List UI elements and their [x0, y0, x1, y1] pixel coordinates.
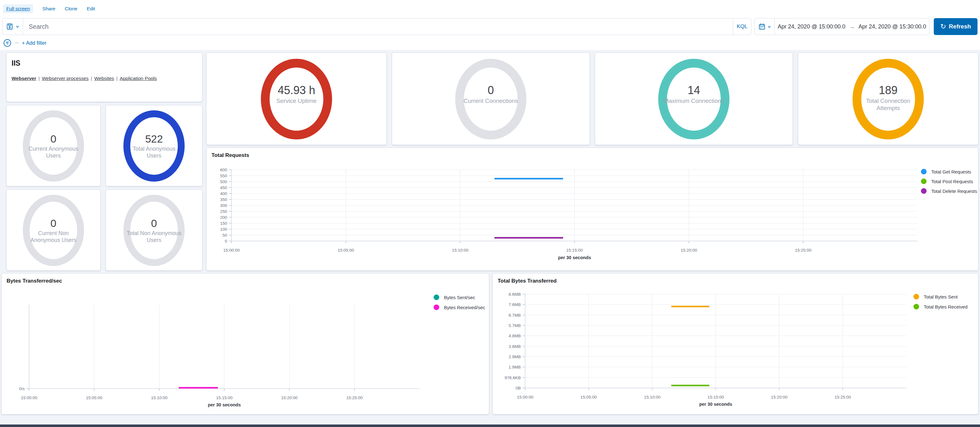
- panel-bytes-transferred-per-sec-chart: Bytes Transferred/sec 15:00:0015:05:0015…: [1, 273, 489, 414]
- gauge-value: 0: [6, 133, 100, 145]
- gauge-total-connection-attempts: 189 Total Connection Attempts: [798, 53, 978, 145]
- top-toolbar: Full screen Share Clone Edit: [0, 0, 980, 18]
- svg-text:150: 150: [220, 221, 227, 226]
- svg-text:15:00:00: 15:00:00: [223, 248, 240, 253]
- gauge-value: 45.93 h: [207, 84, 387, 97]
- gauge-value: 0: [6, 217, 100, 229]
- gauge-maximum-connections: 14 Maximum Connections: [595, 53, 793, 145]
- gauge-label: Service Uptime: [264, 97, 329, 104]
- legend-item[interactable]: Total Post Requests: [931, 179, 973, 184]
- svg-text:100: 100: [220, 227, 227, 232]
- legend-item[interactable]: Total Delete Requests: [931, 188, 977, 194]
- x-axis-label: per 30 seconds: [699, 402, 732, 407]
- legend-dot: [921, 169, 927, 174]
- panel-total-bytes-transferred-chart: Total Bytes Transferred 15:00:0015:05:00…: [492, 273, 978, 414]
- date-picker-group: Apr 24, 2020 @ 15:00:00.0 → Apr 24, 2020…: [754, 18, 929, 35]
- svg-text:250: 250: [220, 209, 227, 214]
- toolbar-link-share[interactable]: Share: [43, 6, 55, 11]
- x-axis-label: per 30 seconds: [558, 255, 591, 260]
- svg-text:15:15:00: 15:15:00: [708, 395, 724, 400]
- svg-text:50: 50: [223, 233, 227, 237]
- gauge-label: Current Connections: [458, 97, 523, 104]
- chart-title: Total Bytes Transferred: [498, 278, 557, 284]
- svg-text:15:20:00: 15:20:00: [281, 395, 298, 400]
- svg-text:4.8MB: 4.8MB: [509, 333, 521, 338]
- svg-text:5.7MB: 5.7MB: [509, 323, 521, 328]
- kql-toggle-button[interactable]: KQL: [733, 18, 751, 35]
- svg-text:15:10:00: 15:10:00: [452, 248, 469, 253]
- toolbar-link-full-screen[interactable]: Full screen: [3, 4, 33, 13]
- svg-text:300: 300: [220, 203, 227, 208]
- toolbar-link-clone[interactable]: Clone: [65, 6, 78, 11]
- date-from: Apr 24, 2020 @ 15:00:00.0: [778, 24, 845, 30]
- search-input[interactable]: [29, 23, 733, 30]
- query-bar: KQL Apr 24, 2020 @ 15:00:00.0 →: [3, 18, 977, 35]
- svg-text:450: 450: [220, 185, 227, 190]
- chevron-down-icon: [767, 25, 771, 29]
- date-range-display[interactable]: Apr 24, 2020 @ 15:00:00.0 → Apr 24, 2020…: [775, 18, 929, 35]
- svg-text:15:10:00: 15:10:00: [644, 395, 660, 400]
- kql-label: KQL: [737, 24, 747, 30]
- gauge-label: Total Connection Attempts: [855, 97, 921, 112]
- iis-link-webserver[interactable]: Webserver: [11, 76, 36, 81]
- legend-dot: [921, 178, 927, 184]
- svg-text:8.6MB: 8.6MB: [509, 292, 521, 296]
- add-filter-button[interactable]: + Add filter: [22, 40, 46, 46]
- iis-links: Webserver|Webserver processes|Websites|A…: [11, 76, 197, 81]
- filter-bar-divider: [15, 43, 19, 43]
- svg-text:550: 550: [220, 174, 227, 178]
- date-to: Apr 24, 2020 @ 15:30:00.0: [859, 24, 926, 30]
- filter-bar: + Add filter: [3, 37, 46, 49]
- refresh-icon: ↻: [940, 23, 946, 30]
- gauge-label: Current Non Anonymous Users: [25, 230, 81, 244]
- svg-text:6.7MB: 6.7MB: [509, 313, 521, 318]
- filter-icon[interactable]: [3, 39, 11, 47]
- svg-text:1.9MB: 1.9MB: [509, 365, 521, 370]
- legend-item[interactable]: Total Bytes Sent: [924, 294, 958, 300]
- legend-item[interactable]: Bytes Sent/sec: [444, 295, 476, 300]
- legend-item[interactable]: Total Bytes Received: [924, 304, 967, 309]
- iis-link-websites[interactable]: Websites: [94, 76, 114, 81]
- legend-item[interactable]: Bytes Received/sec: [444, 305, 485, 310]
- gauge-total-anonymous-users: 522 Total Anonymous Users: [106, 105, 202, 186]
- gauge-current-anonymous-users: 0 Current Anonymous Users: [6, 105, 100, 186]
- search-field-wrap: [23, 18, 733, 35]
- kibana-dashboard: Full screen Share Clone Edit KQL: [0, 0, 980, 427]
- svg-text:15:20:00: 15:20:00: [771, 395, 788, 400]
- refresh-button[interactable]: ↻ Refresh: [934, 18, 977, 35]
- svg-text:0B: 0B: [515, 386, 521, 390]
- refresh-label: Refresh: [949, 23, 971, 30]
- svg-text:15:25:00: 15:25:00: [834, 395, 851, 400]
- gauge-current-connections: 0 Current Connections: [392, 53, 590, 145]
- calendar-icon: [758, 23, 766, 30]
- legend-item[interactable]: Total Get Requests: [931, 169, 971, 174]
- saved-query-menu-button[interactable]: [3, 18, 23, 35]
- gauge-label: Total Anonymous Users: [126, 145, 182, 159]
- date-quick-select-button[interactable]: [755, 18, 775, 35]
- toolbar-link-edit[interactable]: Edit: [87, 6, 95, 11]
- svg-text:15:05:00: 15:05:00: [86, 395, 102, 400]
- svg-text:3.8MB: 3.8MB: [509, 344, 521, 349]
- legend-dot: [434, 304, 439, 310]
- gauge-label: Total Non Anonymous Users: [126, 230, 182, 244]
- bytes-per-sec-chart-canvas: 15:00:0015:05:0015:10:0015:15:0015:20:00…: [2, 274, 489, 414]
- svg-text:15:25:00: 15:25:00: [795, 248, 811, 253]
- link-separator: |: [38, 76, 40, 81]
- svg-text:0/s: 0/s: [19, 386, 25, 391]
- legend-dot: [913, 294, 919, 300]
- legend-dot: [921, 188, 927, 194]
- iis-link-webserver-processes[interactable]: Webserver processes: [42, 76, 89, 81]
- gauge-value: 522: [106, 133, 202, 145]
- bottom-edge-bar: [0, 424, 980, 427]
- gauge-current-non-anonymous-users: 0 Current Non Anonymous Users: [6, 190, 100, 271]
- chart-title: Bytes Transferred/sec: [6, 278, 62, 284]
- svg-text:15:05:00: 15:05:00: [338, 248, 354, 253]
- svg-text:500: 500: [220, 179, 227, 184]
- svg-text:15:15:00: 15:15:00: [566, 248, 583, 253]
- svg-text:400: 400: [220, 191, 227, 196]
- gauge-value: 0: [106, 217, 202, 229]
- panel-total-requests-chart: Total Requests 15:00:0015:05:0015:10:001…: [206, 148, 978, 271]
- iis-link-application-pools[interactable]: Application Pools: [120, 76, 157, 81]
- svg-text:15:15:00: 15:15:00: [216, 395, 233, 400]
- svg-text:15:25:00: 15:25:00: [346, 395, 363, 400]
